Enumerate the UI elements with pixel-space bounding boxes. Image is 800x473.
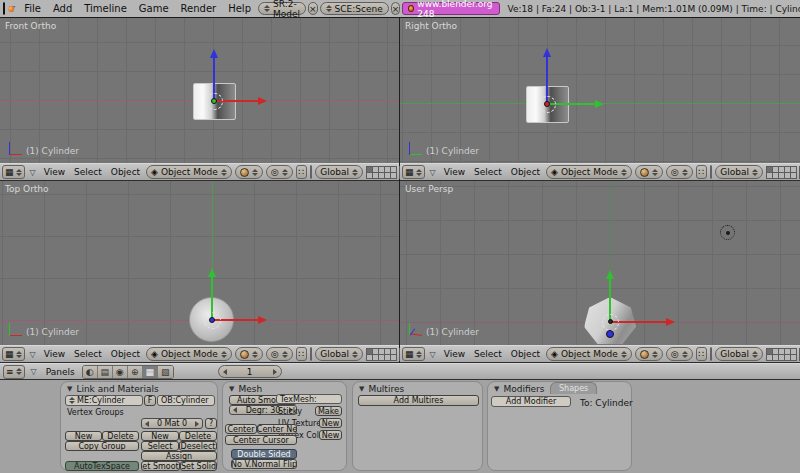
- vertex-group-new-button[interactable]: New: [65, 431, 102, 441]
- stepper-left-icon[interactable]: [233, 407, 237, 413]
- z-axis-handle[interactable]: [606, 330, 614, 338]
- header-collapse-icon[interactable]: ▽: [28, 168, 38, 177]
- assign-button[interactable]: Assign: [141, 451, 217, 461]
- snap-button[interactable]: ∷: [296, 347, 308, 361]
- header-collapse-icon[interactable]: ▽: [428, 350, 438, 359]
- scene-context-button[interactable]: ▧: [158, 366, 173, 378]
- panel-header[interactable]: ▼ Modifiers: [494, 384, 544, 394]
- pivot-dropdown[interactable]: ◎: [666, 347, 693, 361]
- blender-org-link[interactable]: www.blender.org 248: [402, 2, 499, 15]
- layer-cell[interactable]: [390, 354, 397, 361]
- center-button[interactable]: Center: [225, 424, 257, 434]
- menu-file[interactable]: File: [19, 3, 46, 14]
- menu-select[interactable]: Select: [471, 167, 505, 177]
- shading-dropdown[interactable]: [635, 165, 663, 179]
- viewport-front[interactable]: Front Ortho (1) Cylinder: [0, 18, 399, 163]
- orientation-dropdown[interactable]: Global: [715, 165, 763, 179]
- autotexspace-toggle[interactable]: AutoTexSpace: [65, 461, 139, 471]
- mode-dropdown[interactable]: ◈ Object Mode: [146, 347, 232, 361]
- screen-selector[interactable]: SR:2-Model: [258, 2, 306, 15]
- menu-view[interactable]: View: [441, 167, 468, 177]
- menu-select[interactable]: Select: [71, 167, 105, 177]
- mode-dropdown[interactable]: ◈ Object Mode: [146, 165, 232, 179]
- stepper-right-icon[interactable]: [195, 421, 199, 427]
- snap-button[interactable]: ∷: [296, 165, 308, 179]
- pivot-dropdown[interactable]: ◎: [266, 165, 293, 179]
- manipulator-enable-button[interactable]: [311, 348, 312, 360]
- layer-cell[interactable]: [390, 172, 397, 179]
- vertex-color-new-button[interactable]: New: [319, 430, 342, 440]
- sticky-make-button[interactable]: Make: [315, 406, 342, 416]
- pivot-dropdown[interactable]: ◎: [266, 347, 293, 361]
- pivot-dropdown[interactable]: ◎: [666, 165, 693, 179]
- center-cursor-button[interactable]: Center Cursor: [225, 435, 297, 445]
- menu-view[interactable]: View: [41, 349, 68, 359]
- layer-cell[interactable]: [790, 172, 797, 179]
- panels-menu[interactable]: Panels: [43, 367, 78, 377]
- double-sided-toggle[interactable]: Double Sided: [231, 449, 297, 459]
- add-multires-button[interactable]: Add Multires: [358, 395, 479, 406]
- stepper-left-icon[interactable]: [145, 421, 149, 427]
- menu-object[interactable]: Object: [108, 167, 143, 177]
- set-solid-button[interactable]: Set Solid: [180, 461, 217, 471]
- manipulator-enable-button[interactable]: [311, 166, 312, 178]
- snap-button[interactable]: ∷: [696, 347, 708, 361]
- script-context-button[interactable]: ▤: [98, 366, 113, 378]
- add-modifier-button[interactable]: Add Modifier: [491, 396, 571, 407]
- stepper-left-icon[interactable]: [223, 369, 227, 375]
- menu-view[interactable]: View: [41, 167, 68, 177]
- x-axis-arrow[interactable]: [611, 321, 667, 323]
- menu-add[interactable]: Add: [48, 3, 77, 14]
- viewport-user[interactable]: User Persp (1) Cylinder: [400, 181, 800, 345]
- panel-header[interactable]: ▼ Link and Materials: [67, 384, 159, 394]
- select-button[interactable]: Select: [141, 441, 179, 451]
- editing-context-button[interactable]: ▦: [143, 366, 158, 378]
- manipulator-enable-button[interactable]: [711, 166, 712, 178]
- header-collapse-icon[interactable]: ▽: [29, 367, 39, 376]
- orientation-dropdown[interactable]: Global: [315, 347, 363, 361]
- editor-type-dropdown[interactable]: ▦: [402, 165, 425, 179]
- deselect-button[interactable]: Deselect: [179, 441, 217, 451]
- logic-context-button[interactable]: ◐: [83, 366, 98, 378]
- viewport-top[interactable]: Top Ortho (1) Cylinder: [0, 181, 399, 345]
- fake-user-button[interactable]: F: [144, 395, 156, 406]
- scene-close-button[interactable]: ×: [391, 2, 401, 15]
- center-new-button[interactable]: Center Ne: [257, 424, 297, 434]
- object-context-button[interactable]: ⊕: [128, 366, 143, 378]
- editor-type-dropdown[interactable]: ▦: [2, 165, 25, 179]
- menu-view[interactable]: View: [441, 349, 468, 359]
- material-help-button[interactable]: ?: [205, 418, 217, 429]
- menu-render[interactable]: Render: [176, 3, 222, 14]
- menu-select[interactable]: Select: [71, 349, 105, 359]
- blender-logo-icon[interactable]: [3, 2, 5, 15]
- material-index-stepper[interactable]: 0 Mat 0: [141, 418, 203, 429]
- mode-dropdown[interactable]: ◈ Object Mode: [546, 165, 632, 179]
- context-page-stepper[interactable]: 1: [218, 365, 282, 378]
- menu-object[interactable]: Object: [508, 349, 543, 359]
- tab-shapes[interactable]: Shapes: [550, 382, 597, 394]
- shading-context-button[interactable]: ◉: [113, 366, 128, 378]
- menu-timeline[interactable]: Timeline: [79, 3, 132, 14]
- menu-select[interactable]: Select: [471, 349, 505, 359]
- stepper-right-icon[interactable]: [273, 369, 277, 375]
- shading-dropdown[interactable]: [635, 347, 663, 361]
- shading-dropdown[interactable]: [235, 347, 263, 361]
- manipulator-enable-button[interactable]: [711, 348, 712, 360]
- editor-type-dropdown[interactable]: ▦: [402, 347, 425, 361]
- material-new-button[interactable]: New: [141, 431, 179, 441]
- no-v-normal-flip-toggle[interactable]: No V.Normal Flip: [231, 459, 297, 469]
- header-collapse-icon[interactable]: ▽: [28, 350, 38, 359]
- copy-group-button[interactable]: Copy Group: [65, 441, 139, 451]
- panel-header[interactable]: ▼ Multires: [359, 384, 404, 394]
- shading-dropdown[interactable]: [235, 165, 263, 179]
- menu-game[interactable]: Game: [134, 3, 174, 14]
- menu-object[interactable]: Object: [508, 167, 543, 177]
- mesh-datablock-field[interactable]: ME:Cylinder: [65, 395, 143, 406]
- object-name-field[interactable]: OB:Cylinder: [157, 395, 215, 406]
- set-smooth-button[interactable]: Set Smooth: [141, 461, 180, 471]
- snap-button[interactable]: ∷: [696, 165, 708, 179]
- editor-type-dropdown[interactable]: ▦: [2, 347, 25, 361]
- menu-object[interactable]: Object: [108, 349, 143, 359]
- layer-cell[interactable]: [790, 354, 797, 361]
- screen-close-button[interactable]: ×: [308, 2, 318, 15]
